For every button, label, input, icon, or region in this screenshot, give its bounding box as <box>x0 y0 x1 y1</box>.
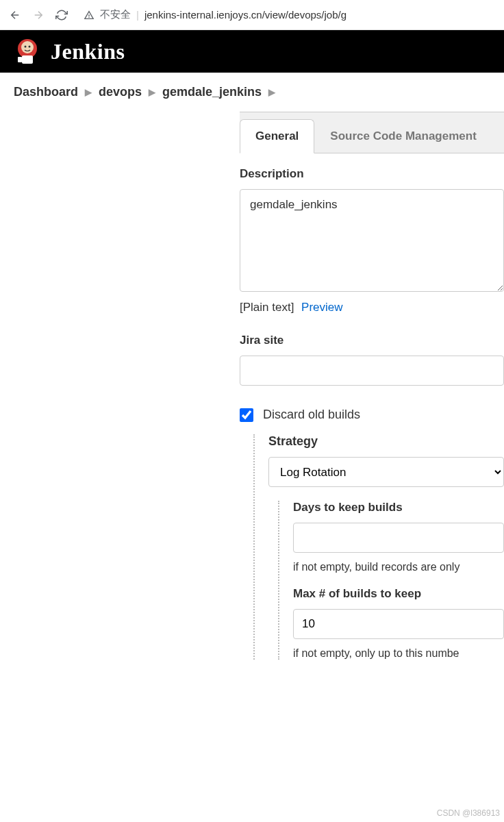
max-help: if not empty, only up to this numbe <box>293 647 504 660</box>
svg-rect-4 <box>22 55 33 64</box>
address-bar[interactable]: 不安全 | jenkins-internal.ienjoys.cn/view/d… <box>78 5 496 24</box>
discard-label: Discard old builds <box>263 408 360 422</box>
tab-source-code[interactable]: Source Code Management <box>314 119 492 153</box>
chevron-right-icon: ▶ <box>85 87 92 97</box>
days-input[interactable] <box>293 523 504 553</box>
chevron-right-icon: ▶ <box>268 87 275 97</box>
jenkins-header: Jenkins <box>0 30 504 73</box>
breadcrumb-job[interactable]: gemdale_jenkins <box>162 85 262 99</box>
jira-input[interactable] <box>240 356 504 386</box>
jenkins-icon <box>12 36 42 66</box>
description-input[interactable] <box>240 189 504 292</box>
svg-rect-5 <box>18 57 22 62</box>
breadcrumb-devops[interactable]: devops <box>99 85 142 99</box>
breadcrumb-dashboard[interactable]: Dashboard <box>14 85 78 99</box>
tab-general[interactable]: General <box>240 119 314 153</box>
discard-checkbox[interactable] <box>240 408 253 422</box>
not-secure-label: 不安全 <box>100 8 131 21</box>
reload-icon[interactable] <box>55 8 68 22</box>
strategy-label: Strategy <box>268 434 504 449</box>
url-text: jenkins-internal.ienjoys.cn/view/devops/… <box>144 9 346 21</box>
strategy-select[interactable]: Log Rotation <box>268 457 504 487</box>
description-label: Description <box>240 167 504 181</box>
plain-text-label: [Plain text] <box>240 301 294 314</box>
config-tabs: General Source Code Management <box>240 112 504 153</box>
jenkins-logo[interactable]: Jenkins <box>12 36 125 66</box>
chevron-right-icon: ▶ <box>149 87 155 97</box>
max-label: Max # of builds to keep <box>293 587 504 601</box>
warning-icon <box>84 10 94 21</box>
forward-icon[interactable] <box>32 8 45 22</box>
preview-link[interactable]: Preview <box>301 301 342 314</box>
max-input[interactable] <box>293 609 504 639</box>
svg-point-3 <box>29 46 31 48</box>
jira-label: Jira site <box>240 334 504 347</box>
jenkins-title: Jenkins <box>51 39 125 64</box>
svg-point-1 <box>21 41 34 53</box>
breadcrumb: Dashboard ▶ devops ▶ gemdale_jenkins ▶ <box>0 73 504 112</box>
days-help: if not empty, build records are only <box>293 561 504 573</box>
days-label: Days to keep builds <box>293 501 504 514</box>
browser-toolbar: 不安全 | jenkins-internal.ienjoys.cn/view/d… <box>0 0 504 30</box>
back-icon[interactable] <box>8 8 22 22</box>
svg-point-2 <box>25 46 27 48</box>
